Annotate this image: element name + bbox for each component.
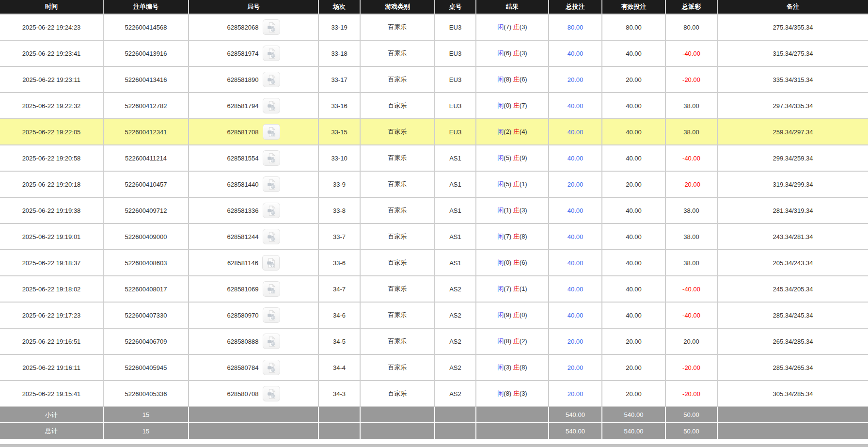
video-replay-button[interactable] [263, 19, 280, 35]
video-replay-button[interactable] [263, 176, 280, 192]
video-replay-button[interactable] [262, 255, 280, 271]
cell-result: 闲(1) 庄(3) [476, 197, 549, 224]
player-label: 闲 [497, 76, 504, 83]
cell-totals-total-bet: 540.00 [549, 423, 602, 439]
cell-valid-bet: 40.00 [602, 302, 665, 328]
table-row[interactable]: 2025-06-22 19:23:41 522600413916 6285819… [0, 40, 868, 66]
table-row[interactable]: 2025-06-22 19:22:32 522600412782 6285817… [0, 93, 868, 119]
video-replay-button[interactable] [263, 386, 280, 401]
cell-time: 2025-06-22 19:16:11 [0, 354, 103, 381]
table-row[interactable]: 2025-06-22 19:19:01 522600409000 6285812… [0, 224, 868, 250]
video-replay-icon [266, 388, 277, 399]
banker-score: (3) [520, 23, 527, 31]
banker-label: 庄 [513, 154, 520, 161]
cell-valid-bet: 40.00 [602, 145, 665, 171]
banker-score: (6) [520, 76, 527, 83]
cell-round-id: 628580708 [189, 381, 318, 407]
cell-session: 33-7 [318, 224, 360, 250]
total-payout-amount: -20.00 [682, 76, 700, 83]
bet-time: 2025-06-22 19:16:11 [22, 364, 80, 371]
cell-table-no: AS1 [435, 224, 476, 250]
cell-remark: 243.34/281.34 [717, 224, 868, 250]
col-header-round-id: 局号 [189, 0, 318, 14]
cell-total-payout: 38.00 [665, 224, 717, 250]
total-bet-amount: 20.00 [568, 181, 584, 188]
table-number: EU3 [449, 102, 461, 110]
balance-remark: 285.34/245.34 [773, 312, 813, 319]
banker-label: 庄 [513, 49, 520, 57]
cell-session: 33-9 [318, 171, 360, 197]
player-label: 闲 [497, 311, 504, 319]
video-replay-button[interactable] [263, 281, 280, 297]
video-replay-button[interactable] [263, 334, 280, 349]
valid-bet-amount: 20.00 [626, 364, 642, 371]
video-replay-button[interactable] [263, 307, 280, 323]
cell-game-type: 百家乐 [360, 250, 435, 276]
banker-label: 庄 [513, 364, 520, 371]
cell-result: 闲(0) 庄(6) [476, 250, 549, 276]
video-replay-icon [266, 362, 277, 373]
valid-bet-amount: 40.00 [626, 233, 642, 240]
cell-table-no: AS2 [435, 354, 476, 381]
cell-result: 闲(7) 庄(3) [476, 14, 549, 40]
table-number: AS1 [449, 233, 461, 240]
cell-session: 33-15 [318, 119, 360, 145]
cell-valid-bet: 40.00 [602, 93, 665, 119]
cell-result: 闲(9) 庄(0) [476, 302, 549, 328]
table-row[interactable]: 2025-06-22 19:24:23 522600414568 6285820… [0, 14, 868, 40]
cell-totals-count: 15 [103, 423, 189, 439]
game-type: 百家乐 [388, 128, 407, 135]
video-replay-button[interactable] [263, 150, 280, 166]
table-row[interactable]: 2025-06-22 19:20:18 522600410457 6285814… [0, 171, 868, 197]
round-id: 628580888 [227, 338, 258, 345]
totals-valid-bet: 540.00 [624, 428, 644, 435]
cell-bet-id: 522600408603 [103, 250, 189, 276]
balance-remark: 205.34/243.34 [773, 259, 813, 267]
cell-game-type: 百家乐 [360, 328, 435, 354]
video-replay-button[interactable] [263, 98, 280, 113]
table-row[interactable]: 2025-06-22 19:22:05 522600412341 6285817… [0, 119, 868, 145]
table-row[interactable]: 2025-06-22 19:16:11 522600405945 6285807… [0, 354, 868, 381]
player-score: (7) [504, 23, 511, 31]
table-row[interactable]: 2025-06-22 19:23:11 522600413416 6285818… [0, 66, 868, 93]
cell-totals-valid-bet: 540.00 [602, 423, 665, 439]
cell-total-payout: -40.00 [665, 302, 717, 328]
table-row[interactable]: 2025-06-22 19:18:02 522600408017 6285810… [0, 276, 868, 302]
video-replay-button[interactable] [263, 46, 280, 61]
video-replay-button[interactable] [263, 124, 280, 140]
total-bet-amount: 80.00 [568, 24, 584, 31]
cell-round-id: 628580970 [189, 302, 318, 328]
player-score: (7) [504, 233, 511, 240]
cell-total-payout: -20.00 [665, 381, 717, 407]
round-id: 628580708 [227, 390, 258, 398]
video-replay-icon [266, 336, 277, 347]
video-replay-button[interactable] [263, 72, 280, 87]
balance-remark: 305.34/285.34 [773, 390, 813, 398]
table-row[interactable]: 2025-06-22 19:17:23 522600407330 6285809… [0, 302, 868, 328]
table-row[interactable]: 2025-06-22 19:18:37 522600408603 6285811… [0, 250, 868, 276]
cell-bet-id: 522600411214 [103, 145, 189, 171]
total-payout-amount: -40.00 [682, 50, 700, 57]
video-replay-button[interactable] [263, 360, 280, 375]
table-row[interactable]: 2025-06-22 19:20:58 522600411214 6285815… [0, 145, 868, 171]
cell-total-bet: 80.00 [549, 14, 602, 40]
cell-remark: 305.34/285.34 [717, 381, 868, 407]
cell-totals-empty [360, 407, 435, 423]
cell-game-type: 百家乐 [360, 145, 435, 171]
video-replay-button[interactable] [263, 203, 280, 218]
bet-id: 522600407330 [125, 312, 167, 319]
balance-remark: 243.34/281.34 [773, 233, 813, 240]
table-row[interactable]: 2025-06-22 19:19:38 522600409712 6285813… [0, 197, 868, 224]
total-bet-amount: 40.00 [568, 155, 584, 162]
table-row[interactable]: 2025-06-22 19:15:41 522600405336 6285807… [0, 381, 868, 407]
horizontal-scrollbar[interactable] [0, 444, 868, 447]
cell-round-id: 628581244 [189, 224, 318, 250]
cell-session: 33-16 [318, 93, 360, 119]
table-number: AS2 [449, 312, 461, 319]
cell-time: 2025-06-22 19:20:18 [0, 171, 103, 197]
table-row[interactable]: 2025-06-22 19:16:51 522600406709 6285808… [0, 328, 868, 354]
bet-id: 522600411214 [125, 155, 167, 162]
session-number: 33-15 [331, 128, 347, 136]
cell-valid-bet: 40.00 [602, 119, 665, 145]
video-replay-button[interactable] [263, 229, 280, 244]
